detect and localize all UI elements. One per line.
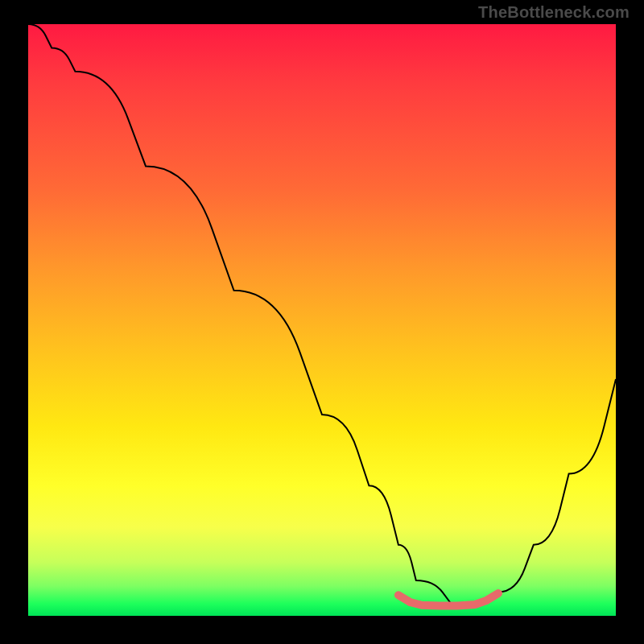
- curve-layer: [28, 24, 616, 616]
- plot-area: [28, 24, 616, 616]
- chart-stage: TheBottleneck.com: [0, 0, 644, 644]
- watermark-text: TheBottleneck.com: [478, 3, 630, 22]
- bottleneck-curve: [28, 24, 616, 604]
